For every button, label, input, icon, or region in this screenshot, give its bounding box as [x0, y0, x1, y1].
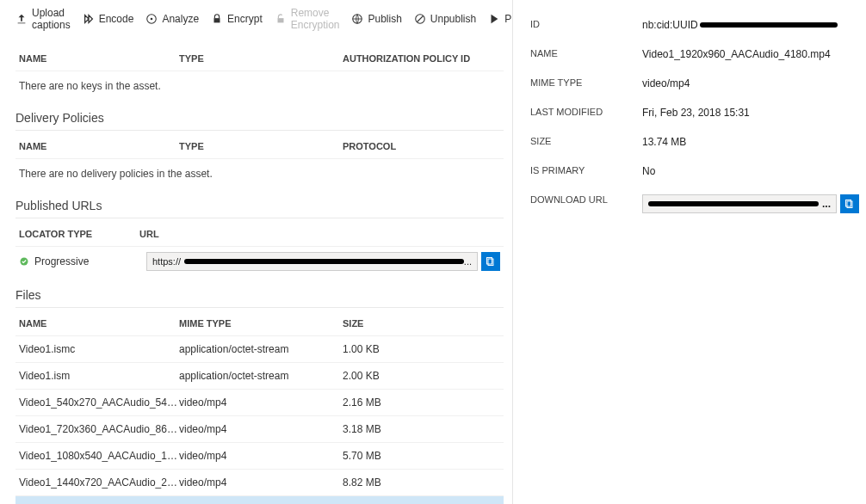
delivery-title: Delivery Policies [15, 111, 504, 131]
play-label: Play [504, 13, 512, 25]
left-pane: Upload captions Encode Analyze Encrypt R… [0, 0, 512, 504]
published-header-url: URL [139, 229, 500, 239]
encode-icon [83, 13, 95, 25]
svg-line-6 [417, 16, 423, 22]
detail-mime-label: MIME TYPE [530, 77, 642, 89]
analyze-icon [145, 13, 158, 25]
file-name: Video1_720x360_AACAudio_860.mp4 [19, 423, 179, 435]
remove-encryption-label: Remove Encryption [291, 7, 340, 31]
unpublish-label: Unpublish [430, 13, 476, 25]
file-mime: video/mp4 [179, 450, 343, 462]
file-size: 1.00 KB [343, 343, 500, 355]
copy-url-button[interactable] [481, 252, 500, 271]
encode-label: Encode [99, 13, 134, 25]
publish-button[interactable]: Publish [351, 13, 401, 25]
file-mime: application/octet-stream [179, 370, 343, 382]
keys-header-auth: AUTHORIZATION POLICY ID [343, 53, 500, 64]
detail-modified-label: LAST MODIFIED [530, 107, 642, 119]
unpublish-button[interactable]: Unpublish [414, 13, 476, 25]
download-suffix: ... [822, 198, 831, 210]
detail-name-label: NAME [530, 48, 642, 60]
svg-point-1 [151, 18, 153, 21]
table-row[interactable]: Video1_540x270_AACAudio_540.mp4video/mp4… [15, 390, 504, 416]
files-header-size: SIZE [343, 318, 500, 329]
published-title: Published URLs [15, 199, 504, 218]
files-body: Video1.ismcapplication/octet-stream1.00 … [15, 336, 504, 504]
unpublish-icon [414, 13, 426, 25]
analyze-label: Analyze [162, 13, 199, 25]
detail-primary-label: IS PRIMARY [530, 165, 642, 177]
toolbar: Upload captions Encode Analyze Encrypt R… [15, 0, 504, 40]
files-headers: NAME MIME TYPE SIZE [15, 311, 504, 336]
upload-icon [15, 13, 28, 25]
table-row[interactable]: Video1.ismcapplication/octet-stream1.00 … [15, 336, 504, 363]
detail-size-value: 13.74 MB [642, 136, 859, 148]
file-size: 8.82 MB [343, 476, 500, 489]
table-row[interactable]: Video1.ismapplication/octet-stream2.00 K… [15, 363, 504, 390]
file-size: 2.16 MB [343, 396, 500, 409]
globe-icon [351, 13, 363, 25]
lock-icon [211, 13, 223, 25]
detail-mime-value: video/mp4 [642, 77, 859, 89]
id-prefix: nb:cid:UUID [642, 19, 698, 31]
upload-captions-button[interactable]: Upload captions [15, 7, 71, 31]
redacted-id [700, 22, 838, 28]
files-section: Files NAME MIME TYPE SIZE Video1.ismcapp… [15, 288, 504, 504]
published-row[interactable]: Progressive https:// ... [15, 247, 504, 276]
detail-download-label: DOWNLOAD URL [530, 194, 642, 213]
delivery-header-type: TYPE [179, 141, 343, 151]
table-row[interactable]: Video1_720x360_AACAudio_860.mp4video/mp4… [15, 416, 504, 443]
url-suffix: ... [464, 256, 472, 267]
file-size: 5.70 MB [343, 450, 500, 462]
details-pane: ID nb:cid:UUID NAME Video1_1920x960_AACA… [512, 0, 866, 504]
play-button[interactable]: Play [488, 13, 512, 25]
delivery-headers: NAME TYPE PROTOCOL [15, 134, 504, 159]
file-name: Video1_540x270_AACAudio_540.mp4 [19, 396, 179, 409]
file-name: Video1_1440x720_AACAudio_2620.mp4 [19, 476, 179, 489]
table-row[interactable]: Video1_1080x540_AACAudio_1650.mp4video/m… [15, 443, 504, 470]
detail-modified-value: Fri, Feb 23, 2018 15:31 [642, 107, 859, 119]
detail-id-label: ID [530, 19, 642, 31]
redacted-download-url [648, 201, 819, 206]
encrypt-button[interactable]: Encrypt [211, 13, 263, 25]
locator-type: Progressive [34, 255, 89, 267]
remove-encryption-button: Remove Encryption [275, 7, 340, 31]
keys-headers: NAME TYPE AUTHORIZATION POLICY ID [15, 46, 504, 71]
detail-size-label: SIZE [530, 136, 642, 148]
detail-download-value: ... [642, 194, 859, 213]
url-input[interactable]: https:// ... [146, 252, 478, 271]
delivery-header-name: NAME [19, 141, 179, 151]
keys-section: NAME TYPE AUTHORIZATION POLICY ID There … [15, 46, 504, 99]
table-row[interactable]: Video1_1440x720_AACAudio_2620.mp4video/m… [15, 470, 504, 496]
files-header-mime: MIME TYPE [179, 318, 343, 329]
published-header-locator: LOCATOR TYPE [19, 229, 139, 239]
file-size: 2.00 KB [343, 370, 500, 382]
delivery-section: Delivery Policies NAME TYPE PROTOCOL The… [15, 111, 504, 187]
copy-download-button[interactable] [840, 194, 859, 213]
file-size: 3.18 MB [343, 423, 500, 435]
svg-rect-3 [277, 18, 283, 22]
delivery-header-proto: PROTOCOL [343, 141, 500, 151]
download-url-input[interactable]: ... [642, 194, 837, 213]
files-header-name: NAME [19, 318, 179, 329]
analyze-button[interactable]: Analyze [145, 13, 199, 25]
keys-header-name: NAME [19, 53, 179, 64]
url-prefix: https:// [152, 256, 181, 267]
file-name: Video1_1080x540_AACAudio_1650.mp4 [19, 450, 179, 462]
delivery-empty: There are no delivery policies in the as… [15, 159, 504, 187]
file-mime: video/mp4 [179, 396, 343, 409]
upload-captions-label: Upload captions [32, 7, 71, 31]
files-title: Files [15, 288, 504, 308]
file-mime: video/mp4 [179, 476, 343, 489]
encrypt-label: Encrypt [227, 13, 263, 25]
encode-button[interactable]: Encode [83, 13, 134, 25]
file-mime: video/mp4 [179, 423, 343, 435]
play-icon [488, 13, 500, 25]
published-section: Published URLs LOCATOR TYPE URL Progress… [15, 199, 504, 276]
unlock-icon [275, 13, 287, 25]
table-row[interactable]: Video1_1920x960_AACAudio_4180.mp4video/m… [15, 496, 504, 504]
file-mime: application/octet-stream [179, 343, 343, 355]
published-headers: LOCATOR TYPE URL [15, 222, 504, 247]
keys-empty: There are no keys in the asset. [15, 71, 504, 99]
detail-id-value: nb:cid:UUID [642, 19, 859, 31]
